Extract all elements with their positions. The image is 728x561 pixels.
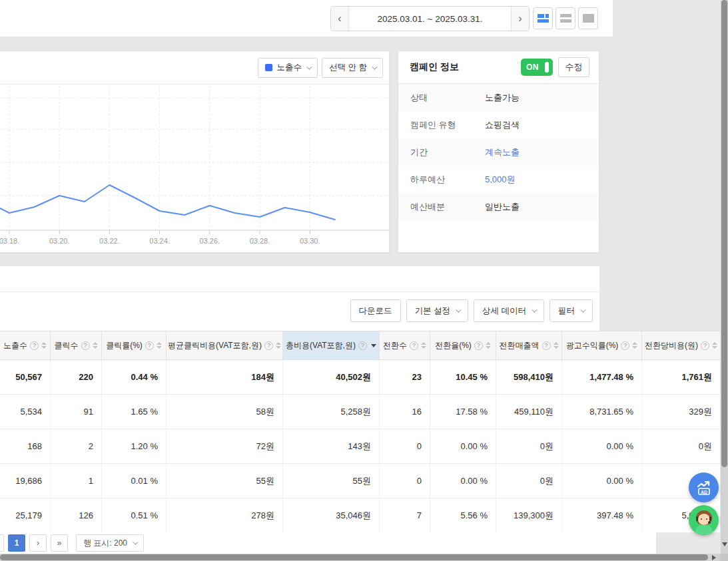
help-icon[interactable]: ? (30, 341, 39, 350)
help-icon[interactable]: ? (145, 341, 154, 350)
table-cell: 23 (379, 360, 430, 394)
last-page-button[interactable]: » (51, 534, 68, 552)
scroll-right-arrow-icon[interactable] (712, 555, 716, 560)
table-cell: 126 (50, 498, 101, 532)
horizontal-scrollbar-thumb[interactable] (0, 554, 708, 560)
customer-support-fab[interactable] (689, 505, 719, 535)
page-1-button[interactable]: 1 (8, 534, 25, 552)
ad-trend-icon: AD (695, 479, 713, 496)
table-toolbar: 다운로드 기본 설정 상세 데이터 필터 (0, 299, 593, 322)
column-header-6[interactable]: 전환수? (379, 331, 430, 359)
prev-page-button[interactable]: ‹ (0, 534, 4, 552)
table-cell: 2 (50, 429, 101, 463)
table-cell: 55원 (282, 464, 379, 498)
column-header-8[interactable]: 전환매출액? (496, 331, 561, 359)
horizontal-scrollbar[interactable] (0, 554, 720, 561)
column-header-3[interactable]: 클릭률(%)? (101, 331, 166, 359)
help-icon[interactable]: ? (358, 341, 367, 350)
table-cell: 329원 (641, 395, 720, 429)
next-date-button[interactable]: › (511, 7, 529, 31)
sort-toggle-icon[interactable] (712, 342, 717, 349)
help-icon[interactable]: ? (410, 341, 418, 350)
info-value-link[interactable]: 5,000원 (485, 174, 516, 186)
sort-toggle-icon[interactable] (553, 342, 559, 349)
campaign-info-row: 기간계속노출 (398, 138, 599, 166)
view-mode-list-button[interactable] (555, 7, 575, 29)
rows-per-page-dropdown[interactable]: 행 표시: 200 (76, 534, 144, 552)
sort-toggle-icon[interactable] (93, 342, 98, 349)
sort-toggle-icon[interactable] (41, 342, 47, 349)
info-label: 기간 (410, 146, 485, 158)
column-header-7[interactable]: 전환율(%)? (430, 331, 496, 359)
basic-settings-label: 기본 설정 (415, 305, 450, 317)
column-label: 클릭수 (55, 340, 79, 351)
info-label: 상태 (410, 92, 485, 104)
help-icon[interactable]: ? (264, 341, 273, 350)
performance-chart-panel: 노출수 선택 안 함 03.18.03.20.03.22.03.24.03.26… (0, 51, 390, 253)
help-icon[interactable]: ? (621, 341, 629, 350)
info-value-link[interactable]: 계속노출 (485, 146, 520, 158)
sort-toggle-icon[interactable] (632, 342, 637, 349)
split-view-icon (537, 13, 549, 23)
sort-toggle-icon[interactable] (276, 342, 281, 349)
campaign-info-panel: 캠페인 정보 ON 수정 상태노출가능캠페인 유형쇼핑검색기간계속노출하루예산5… (398, 51, 599, 253)
table-cell: 0.00 % (561, 464, 641, 498)
edit-campaign-button[interactable]: 수정 (558, 57, 589, 77)
sort-toggle-icon[interactable] (421, 342, 426, 349)
ad-dashboard-fab[interactable]: AD (689, 472, 719, 502)
table-header-row: 노출수?클릭수?클릭률(%)?평균클릭비용(VAT포함,원)?총비용(VAT포함… (0, 331, 720, 360)
table-cell: 8,731.65 % (561, 395, 641, 429)
chart-compare-dropdown[interactable]: 선택 안 함 (322, 58, 383, 78)
help-icon[interactable]: ? (474, 341, 483, 350)
table-row: 19,68610.01 %55원55원00.00 %0원0.00 %0원 (0, 464, 720, 498)
sort-toggle-icon[interactable] (486, 342, 491, 349)
column-header-9[interactable]: 광고수익률(%)? (561, 331, 641, 359)
column-header-4[interactable]: 평균클릭비용(VAT포함,원)? (166, 331, 282, 359)
campaign-info-title: 캠페인 정보 (410, 61, 521, 73)
basic-settings-dropdown[interactable]: 기본 설정 (406, 299, 468, 322)
table-cell: 50,567 (0, 360, 50, 394)
column-header-10[interactable]: 전환당비용(원)? (641, 331, 720, 359)
chart-metric-label: 노출수 (277, 62, 302, 73)
vertical-scrollbar-thumb[interactable] (721, 0, 727, 467)
campaign-info-header: 캠페인 정보 ON 수정 (398, 51, 599, 84)
chevron-down-icon (306, 64, 312, 69)
table-cell: 143원 (282, 429, 379, 463)
table-cell: 459,110원 (496, 395, 561, 429)
table-cell: 139,300원 (496, 498, 561, 532)
top-toolbar: ‹ 2025.03.01. ~ 2025.03.31. › (0, 0, 613, 37)
vertical-scrollbar[interactable] (721, 0, 728, 554)
previous-date-button[interactable]: ‹ (331, 7, 349, 31)
chart-metric-dropdown[interactable]: 노출수 (258, 58, 318, 78)
date-range-value[interactable]: 2025.03.01. ~ 2025.03.31. (349, 7, 511, 31)
date-range-picker[interactable]: ‹ 2025.03.01. ~ 2025.03.31. › (330, 6, 530, 31)
download-button[interactable]: 다운로드 (350, 299, 401, 322)
next-page-button[interactable]: › (29, 534, 47, 552)
help-icon[interactable]: ? (81, 341, 90, 350)
table-cell: 0 (379, 429, 430, 463)
campaign-on-toggle[interactable]: ON (521, 59, 553, 76)
svg-text:AD: AD (700, 489, 707, 494)
svg-text:03.28.: 03.28. (250, 237, 270, 245)
sort-toggle-icon[interactable] (157, 342, 162, 349)
column-header-2[interactable]: 클릭수? (50, 331, 101, 359)
column-header-1[interactable]: 노출수? (0, 331, 50, 359)
table-cell: 5.56 % (430, 498, 496, 532)
sort-descending-icon[interactable] (371, 344, 376, 347)
column-header-5[interactable]: 총비용(VAT포함,원)? (282, 331, 379, 359)
headset-band (709, 516, 711, 521)
view-mode-grid-button[interactable] (578, 7, 598, 29)
panel-divider (0, 291, 599, 292)
help-icon[interactable]: ? (701, 341, 709, 350)
help-icon[interactable]: ? (542, 341, 551, 350)
svg-text:03.26.: 03.26. (200, 237, 220, 245)
detail-data-dropdown[interactable]: 상세 데이터 (474, 299, 544, 322)
campaign-info-row: 상태노출가능 (398, 84, 599, 111)
table-cell: 17.58 % (430, 395, 496, 429)
filter-dropdown[interactable]: 필터 (549, 299, 593, 322)
scrollbar-corner (720, 554, 728, 561)
scroll-down-arrow-icon[interactable] (722, 542, 727, 546)
view-mode-split-button[interactable] (533, 7, 553, 29)
table-cell: 1 (50, 464, 101, 498)
table-cell: 35,046원 (282, 498, 379, 532)
